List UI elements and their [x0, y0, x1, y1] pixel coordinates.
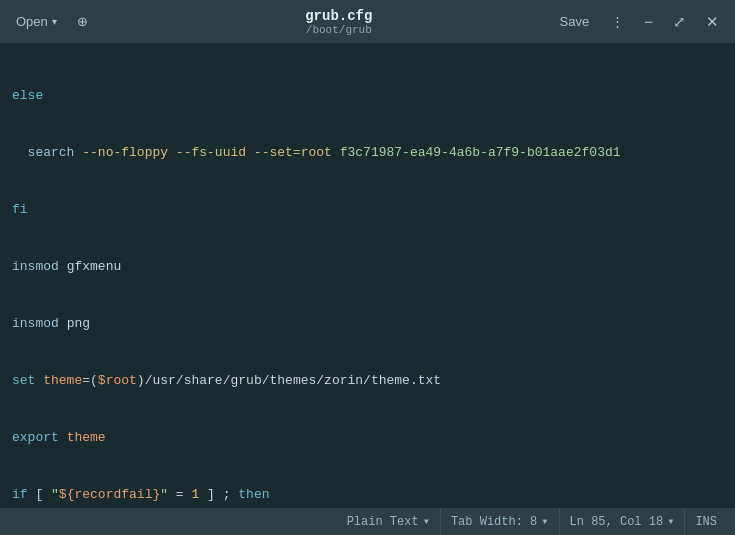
- file-name: grub.cfg: [128, 8, 550, 24]
- position-label: Ln 85, Col 18: [570, 515, 664, 529]
- language-chevron-icon: ▾: [423, 514, 430, 529]
- menu-icon: ⋮: [611, 14, 624, 29]
- save-button[interactable]: Save: [550, 10, 600, 33]
- file-path: /boot/grub: [128, 24, 550, 36]
- menu-button[interactable]: ⋮: [603, 10, 632, 33]
- titlebar-right: Save ⋮ − ⤢ ✕: [550, 10, 727, 33]
- code-content: else search --no-floppy --fs-uuid --set=…: [0, 44, 735, 507]
- minimize-button[interactable]: −: [636, 10, 661, 33]
- tab-width-chevron-icon: ▾: [541, 514, 548, 529]
- status-right: Plain Text ▾ Tab Width: 8 ▾ Ln 85, Col 1…: [337, 508, 727, 535]
- code-editor[interactable]: else search --no-floppy --fs-uuid --set=…: [0, 44, 735, 507]
- open-button[interactable]: Open ▾: [8, 10, 65, 33]
- plain-text-label: Plain Text: [347, 515, 419, 529]
- titlebar-left: Open ▾ ⊕: [8, 10, 128, 33]
- new-file-icon: ⊕: [77, 14, 88, 29]
- titlebar: Open ▾ ⊕ grub.cfg /boot/grub Save ⋮ − ⤢ …: [0, 0, 735, 44]
- open-label: Open: [16, 14, 48, 29]
- code-line: insmod gfxmenu: [0, 257, 735, 276]
- cursor-position[interactable]: Ln 85, Col 18 ▾: [560, 508, 686, 535]
- language-selector[interactable]: Plain Text ▾: [337, 508, 441, 535]
- new-file-button[interactable]: ⊕: [69, 10, 96, 33]
- code-line: if [ "${recordfail}" = 1 ] ; then: [0, 485, 735, 504]
- titlebar-center: grub.cfg /boot/grub: [128, 8, 550, 36]
- code-line: search --no-floppy --fs-uuid --set=root …: [0, 143, 735, 162]
- code-line: else: [0, 86, 735, 105]
- open-chevron-icon: ▾: [52, 16, 57, 27]
- ins-mode: INS: [685, 515, 727, 529]
- statusbar: Plain Text ▾ Tab Width: 8 ▾ Ln 85, Col 1…: [0, 507, 735, 535]
- code-line: fi: [0, 200, 735, 219]
- code-line: insmod png: [0, 314, 735, 333]
- position-chevron-icon: ▾: [667, 514, 674, 529]
- tab-width-label: Tab Width: 8: [451, 515, 537, 529]
- maximize-button[interactable]: ⤢: [665, 10, 694, 33]
- code-line: export theme: [0, 428, 735, 447]
- tab-width-selector[interactable]: Tab Width: 8 ▾: [441, 508, 560, 535]
- code-line: set theme=($root)/usr/share/grub/themes/…: [0, 371, 735, 390]
- close-button[interactable]: ✕: [698, 10, 727, 33]
